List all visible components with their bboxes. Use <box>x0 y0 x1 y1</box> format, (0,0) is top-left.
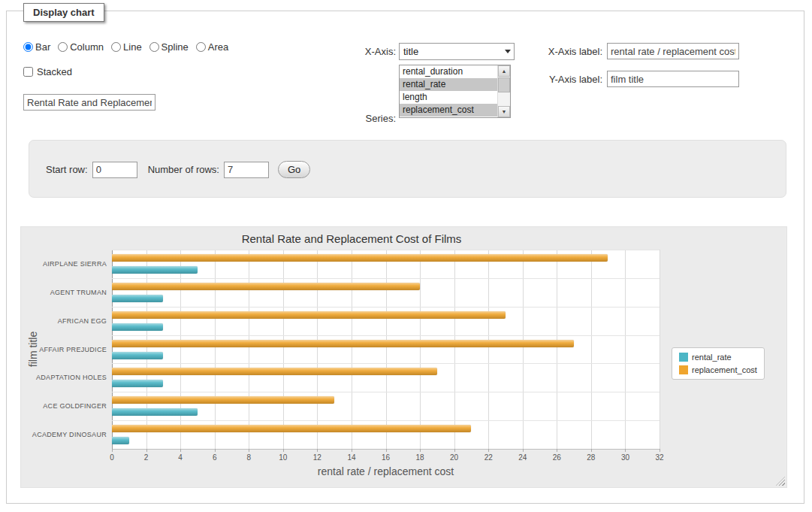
legend-item-rental_rate[interactable]: rental_rate <box>679 353 757 362</box>
grid-line <box>215 250 216 449</box>
category-label: ADAPTATION HOLES <box>21 374 107 381</box>
grid-line <box>112 392 660 392</box>
plot-area <box>112 250 660 449</box>
start-row-input[interactable] <box>92 162 137 178</box>
panel-legend: Display chart <box>23 3 104 22</box>
radio-bar[interactable] <box>23 42 33 52</box>
tick-mark <box>112 449 113 452</box>
series-select-label: Series: <box>330 113 396 124</box>
legend-swatch <box>679 365 688 374</box>
series-option-rental_rate[interactable]: rental_rate <box>400 78 497 91</box>
x-tick-label: 30 <box>614 453 636 462</box>
chart-type-radio-bar[interactable]: Bar <box>23 41 50 53</box>
series-multiselect[interactable]: rental_durationrental_ratelengthreplacem… <box>399 65 511 118</box>
x-tick-label: 4 <box>169 453 192 462</box>
grid-line <box>420 250 421 449</box>
bar-replacement_cost <box>112 396 334 404</box>
grid-line <box>112 307 660 308</box>
x-tick-label: 28 <box>580 453 602 462</box>
page: Display chart BarColumnLineSplineArea St… <box>0 0 812 512</box>
grid-line <box>180 250 181 449</box>
bar-replacement_cost <box>112 283 420 290</box>
bar-rental_rate <box>112 408 198 416</box>
grid-line <box>283 250 284 449</box>
radio-spline[interactable] <box>149 42 159 52</box>
scrollbar-track[interactable] <box>498 77 510 106</box>
scrollbar-thumb[interactable] <box>498 77 510 92</box>
scroll-down-icon[interactable]: ▼ <box>498 106 510 117</box>
chart-type-radio-spline[interactable]: Spline <box>149 41 189 53</box>
legend-swatch <box>679 353 688 362</box>
tick-mark <box>557 449 557 452</box>
y-axis-label-input[interactable] <box>607 71 739 87</box>
grid-line <box>386 250 387 449</box>
grid-line <box>454 250 455 449</box>
go-button[interactable]: Go <box>278 161 310 178</box>
x-axis-select[interactable]: title <box>399 43 515 60</box>
chart-type-radio-line[interactable]: Line <box>111 41 142 53</box>
bar-rental_rate <box>112 352 163 359</box>
tick-mark <box>317 449 318 452</box>
series-option-rental_duration[interactable]: rental_duration <box>400 65 497 78</box>
display-chart-panel: Display chart BarColumnLineSplineArea St… <box>6 11 804 504</box>
tick-mark <box>523 449 524 452</box>
grid-line <box>112 363 660 364</box>
x-tick-label: 18 <box>409 453 431 462</box>
grid-line <box>488 250 489 449</box>
tick-mark <box>249 449 249 452</box>
tick-mark <box>352 449 352 452</box>
radio-label: Spline <box>161 41 189 53</box>
chart-title: Rental Rate and Replacement Cost of Film… <box>21 232 682 245</box>
x-tick-label: 24 <box>512 453 534 462</box>
stacked-checkbox-row[interactable]: Stacked <box>23 66 72 77</box>
grid-line <box>352 250 352 449</box>
radio-area[interactable] <box>196 42 206 52</box>
radio-label: Column <box>70 41 104 53</box>
tick-mark <box>180 449 181 452</box>
series-scrollbar[interactable]: ▲ ▼ <box>497 65 510 117</box>
start-row-label: Start row: <box>46 164 88 175</box>
tick-mark <box>454 449 455 452</box>
x-tick-label: 10 <box>272 453 294 462</box>
radio-column[interactable] <box>58 42 68 52</box>
legend-item-replacement_cost[interactable]: replacement_cost <box>679 365 757 374</box>
category-label: ACE GOLDFINGER <box>21 402 107 410</box>
bar-replacement_cost <box>112 368 437 375</box>
x-axis-label-input[interactable] <box>607 43 739 59</box>
grid-line <box>112 420 660 421</box>
radio-label: Line <box>123 41 142 53</box>
category-label: AFRICAN EGG <box>21 317 107 325</box>
tick-mark <box>488 449 489 452</box>
dropdown-arrow-icon <box>502 44 514 59</box>
row-range-row: Start row: Number of rows: Go <box>46 161 310 178</box>
chart: Rental Rate and Replacement Cost of Film… <box>20 226 787 488</box>
resize-grip-icon[interactable] <box>776 477 785 486</box>
number-of-rows-label: Number of rows: <box>148 164 219 175</box>
bar-rental_rate <box>112 437 129 444</box>
bar-replacement_cost <box>112 254 608 262</box>
tick-mark <box>625 449 626 452</box>
category-label: AIRPLANE SIERRA <box>21 260 107 268</box>
tick-mark <box>146 449 147 452</box>
legend-label: replacement_cost <box>692 365 757 374</box>
x-tick-label: 16 <box>375 453 397 462</box>
legend-label: rental_rate <box>692 353 732 362</box>
x-axis-label-field-label: X-Axis label: <box>533 46 602 57</box>
bar-replacement_cost <box>112 311 506 319</box>
grid-line <box>625 250 626 449</box>
chart-type-radio-area[interactable]: Area <box>196 41 228 53</box>
stacked-checkbox[interactable] <box>23 67 33 77</box>
scroll-up-icon[interactable]: ▲ <box>498 65 510 77</box>
grid-line <box>523 250 524 449</box>
number-of-rows-input[interactable] <box>224 162 269 178</box>
chart-type-radio-column[interactable]: Column <box>58 41 104 53</box>
x-tick-label: 6 <box>204 453 226 462</box>
series-option-length[interactable]: length <box>400 91 497 104</box>
grid-line <box>317 250 318 449</box>
category-label: AGENT TRUMAN <box>21 289 107 296</box>
category-label: AFFAIR PREJUDICE <box>21 346 107 353</box>
series-option-replacement_cost[interactable]: replacement_cost <box>400 104 497 117</box>
radio-line[interactable] <box>111 42 121 52</box>
chart-title-input[interactable] <box>23 94 155 111</box>
radio-label: Area <box>208 41 228 53</box>
